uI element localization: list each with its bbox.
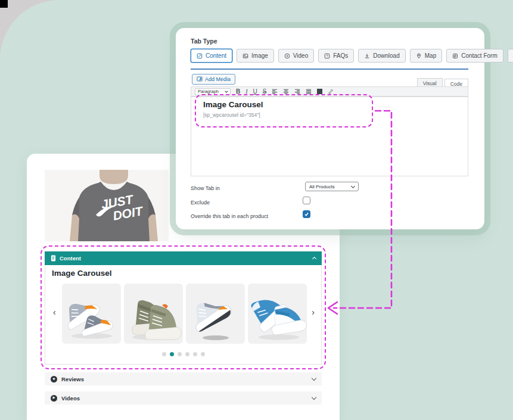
exclude-label: Exclude: [191, 200, 210, 206]
accordion-content-body: Image Carousel ‹ ›: [45, 265, 322, 365]
tab-settings-panel: Tab Type Content Image Video ? FAQs Down…: [176, 28, 484, 229]
carousel-dot-1[interactable]: [162, 352, 166, 356]
accordion-videos-header[interactable]: ▶ Videos: [45, 391, 322, 405]
italic-button[interactable]: I: [245, 89, 247, 95]
check-icon: [304, 211, 309, 217]
align-left-icon[interactable]: [272, 89, 278, 94]
faqs-icon: ?: [324, 53, 330, 59]
product-image: JUST DOIT: [45, 170, 169, 241]
tab-type-image[interactable]: Image: [237, 49, 274, 63]
bold-button[interactable]: B: [236, 89, 240, 95]
align-right-icon[interactable]: [294, 89, 300, 94]
star-badge-icon: ★: [51, 376, 57, 382]
block-color-button[interactable]: [317, 89, 322, 94]
tab-type-buttons: Content Image Video ? FAQs Download Map: [191, 49, 513, 63]
accordion-videos-label: Videos: [61, 395, 80, 402]
carousel-prev-button[interactable]: ‹: [53, 308, 56, 316]
show-tab-in-select[interactable]: All Products: [305, 182, 359, 191]
play-circle-icon: ▶: [51, 395, 57, 402]
chevron-up-icon: [312, 257, 316, 261]
tab-code[interactable]: Code: [444, 79, 468, 87]
carousel-next-button[interactable]: ›: [312, 308, 315, 316]
tab-visual[interactable]: Visual: [417, 78, 443, 87]
download-icon: [364, 53, 370, 59]
chevron-down-icon: [312, 376, 316, 381]
carousel-slide-sneaker-olive-hightop[interactable]: [124, 284, 183, 344]
carousel-dot-2[interactable]: [170, 352, 174, 356]
underline-button[interactable]: U: [253, 89, 257, 95]
tab-type-label: Tab Type: [191, 38, 217, 45]
image-icon: [242, 53, 248, 59]
accordion-reviews-header[interactable]: ★ Reviews: [45, 372, 322, 385]
show-tab-in-label: Show Tab in: [191, 185, 220, 191]
accordion-content-header[interactable]: Content: [45, 251, 322, 265]
video-icon: [284, 53, 290, 59]
content-icon: [197, 53, 203, 59]
carousel-slide-sneaker-white-orange[interactable]: [186, 284, 245, 344]
tab-type-contact-form[interactable]: Contact Form: [446, 49, 503, 63]
justify-icon[interactable]: [306, 89, 312, 94]
strikethrough-button[interactable]: S: [263, 89, 267, 95]
tab-type-map[interactable]: Map: [410, 49, 442, 63]
tab-type-video[interactable]: Video: [278, 49, 314, 63]
add-media-button[interactable]: Add Media: [192, 74, 235, 85]
carousel-heading: Image Carousel: [52, 269, 112, 278]
carousel-dot-6[interactable]: [201, 352, 205, 356]
carousel-dot-4[interactable]: [185, 352, 189, 356]
page: Tab Type Content Image Video ? FAQs Down…: [0, 0, 513, 420]
tab-type-content[interactable]: Content: [191, 49, 232, 63]
map-icon: [416, 53, 422, 59]
align-center-icon[interactable]: [283, 89, 289, 94]
link-icon[interactable]: [328, 89, 334, 95]
carousel-shortcode: [sp_wpcarousel id="354"]: [203, 112, 365, 118]
corner-decoration: [0, 0, 8, 8]
carousel-slide-sneaker-gray-orange[interactable]: [62, 284, 121, 344]
tab-type-faqs[interactable]: ? FAQs: [318, 49, 354, 63]
carousel-dot-5[interactable]: [193, 352, 197, 356]
carousel-dot-3[interactable]: [178, 352, 182, 356]
document-icon: [51, 253, 56, 264]
carousel-slides: [62, 284, 307, 344]
exclude-checkbox[interactable]: [303, 197, 310, 204]
accordion-content-label: Content: [60, 255, 81, 262]
media-icon: [197, 76, 203, 83]
chevron-down-icon: [225, 89, 228, 93]
editor-mode-tabs: Visual Code: [417, 78, 468, 87]
tab-type-products[interactable]: Products: [508, 49, 513, 63]
override-label: Override this tab in each product: [191, 213, 268, 219]
override-checkbox[interactable]: [303, 210, 310, 218]
editor-content-heading: Image Carousel: [203, 100, 365, 109]
accordion-reviews-label: Reviews: [61, 376, 84, 382]
tabs-divider: [191, 69, 468, 70]
chevron-down-icon: [312, 395, 316, 400]
model-skin: [100, 170, 128, 184]
carousel-slide-sneaker-blue-white[interactable]: [248, 284, 307, 344]
chevron-down-icon: [351, 183, 355, 188]
editor-highlight-annotation: Image Carousel [sp_wpcarousel id="354"]: [195, 94, 373, 127]
carousel-dots: [45, 352, 321, 356]
svg-text:?: ?: [327, 54, 328, 58]
contact-form-icon: [452, 53, 458, 59]
tab-type-download[interactable]: Download: [358, 49, 405, 63]
